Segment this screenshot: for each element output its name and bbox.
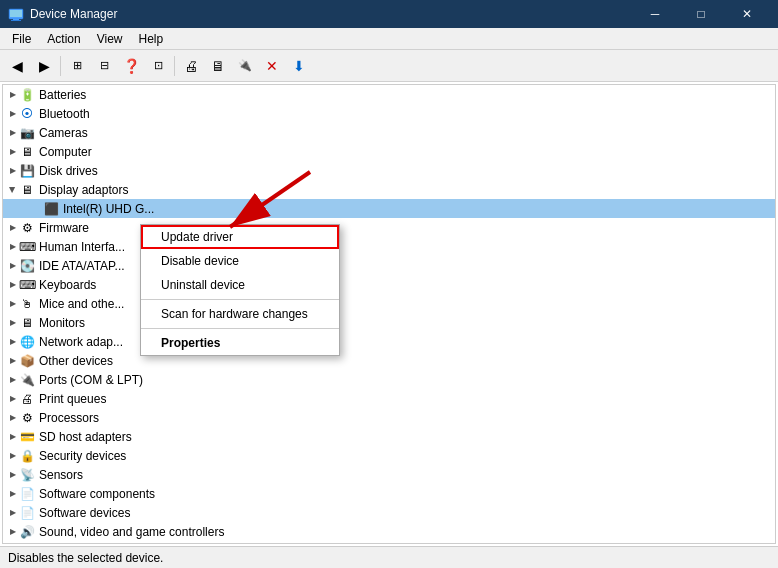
icon-processors: ⚙ <box>19 410 35 426</box>
arrow-software-components: ▶ <box>7 488 19 500</box>
tree-item-bluetooth[interactable]: ▶ ⦿ Bluetooth <box>3 104 775 123</box>
tree-item-intel-uhd[interactable]: ▶ ⬛ Intel(R) UHD G... <box>3 199 775 218</box>
context-menu-uninstall-device[interactable]: Uninstall device <box>141 273 339 297</box>
tree-item-security-devices[interactable]: ▶ 🔒 Security devices <box>3 446 775 465</box>
tree-item-computer[interactable]: ▶ 🖥 Computer <box>3 142 775 161</box>
maximize-button[interactable]: □ <box>678 0 724 28</box>
icon-security-devices: 🔒 <box>19 448 35 464</box>
tree-item-keyboards[interactable]: ▶ ⌨ Keyboards <box>3 275 775 294</box>
tree-item-other-devices[interactable]: ▶ 📦 Other devices <box>3 351 775 370</box>
icon-ports: 🔌 <box>19 372 35 388</box>
label-other-devices: Other devices <box>39 354 113 368</box>
arrow-print-queues: ▶ <box>7 393 19 405</box>
tree-item-batteries[interactable]: ▶ 🔋 Batteries <box>3 85 775 104</box>
arrow-security-devices: ▶ <box>7 450 19 462</box>
label-computer: Computer <box>39 145 92 159</box>
arrow-human-interface: ▶ <box>7 241 19 253</box>
label-sd-host: SD host adapters <box>39 430 132 444</box>
toolbar: ◀ ▶ ⊞ ⊟ ❓ ⊡ 🖨 🖥 🔌 ✕ ⬇ <box>0 50 778 82</box>
arrow-processors: ▶ <box>7 412 19 424</box>
toolbar-help[interactable]: ❓ <box>118 53 144 79</box>
tree-item-human-interface[interactable]: ▶ ⌨ Human Interfa... <box>3 237 775 256</box>
label-software-components: Software components <box>39 487 155 501</box>
tree-item-ide-ata[interactable]: ▶ 💽 IDE ATA/ATAP... <box>3 256 775 275</box>
context-menu-properties[interactable]: Properties <box>141 331 339 355</box>
context-menu-scan-hardware[interactable]: Scan for hardware changes <box>141 302 339 326</box>
icon-firmware: ⚙ <box>19 220 35 236</box>
toolbar-drivers[interactable]: ⊟ <box>91 53 117 79</box>
window-title: Device Manager <box>30 7 632 21</box>
icon-software-components: 📄 <box>19 486 35 502</box>
tree-item-network[interactable]: ▶ 🌐 Network adap... <box>3 332 775 351</box>
svg-rect-1 <box>10 10 22 17</box>
toolbar-resources[interactable]: ⊡ <box>145 53 171 79</box>
arrow-mice: ▶ <box>7 298 19 310</box>
arrow-sensors: ▶ <box>7 469 19 481</box>
tree-item-sd-host[interactable]: ▶ 💳 SD host adapters <box>3 427 775 446</box>
toolbar-forward[interactable]: ▶ <box>31 53 57 79</box>
arrow-sound-video: ▶ <box>7 526 19 538</box>
arrow-computer: ▶ <box>7 146 19 158</box>
arrow-ports: ▶ <box>7 374 19 386</box>
icon-display-adaptors: 🖥 <box>19 182 35 198</box>
icon-disk-drives: 💾 <box>19 163 35 179</box>
icon-monitors: 🖥 <box>19 315 35 331</box>
toolbar-print[interactable]: 🖨 <box>178 53 204 79</box>
tree-item-processors[interactable]: ▶ ⚙ Processors <box>3 408 775 427</box>
label-sound-video: Sound, video and game controllers <box>39 525 224 539</box>
tree-item-cameras[interactable]: ▶ 📷 Cameras <box>3 123 775 142</box>
arrow-monitors: ▶ <box>7 317 19 329</box>
menu-bar: File Action View Help <box>0 28 778 50</box>
tree-item-software-devices[interactable]: ▶ 📄 Software devices <box>3 503 775 522</box>
toolbar-show-hidden[interactable]: 🖥 <box>205 53 231 79</box>
icon-ide-ata: 💽 <box>19 258 35 274</box>
label-disk-drives: Disk drives <box>39 164 98 178</box>
label-monitors: Monitors <box>39 316 85 330</box>
context-menu-divider-1 <box>141 299 339 300</box>
window-controls[interactable]: ─ □ ✕ <box>632 0 770 28</box>
tree-item-software-components[interactable]: ▶ 📄 Software components <box>3 484 775 503</box>
tree-item-storage-controllers[interactable]: ▶ 💾 Storage controllers <box>3 541 775 544</box>
toolbar-update[interactable]: ⬇ <box>286 53 312 79</box>
icon-storage-controllers: 💾 <box>19 543 35 545</box>
label-display-adaptors: Display adaptors <box>39 183 128 197</box>
label-security-devices: Security devices <box>39 449 126 463</box>
tree-item-disk-drives[interactable]: ▶ 💾 Disk drives <box>3 161 775 180</box>
status-text: Disables the selected device. <box>8 551 163 565</box>
arrow-bluetooth: ▶ <box>7 108 19 120</box>
icon-computer: 🖥 <box>19 144 35 160</box>
tree-item-mice[interactable]: ▶ 🖱 Mice and othe... <box>3 294 775 313</box>
tree-item-sensors[interactable]: ▶ 📡 Sensors <box>3 465 775 484</box>
status-bar: Disables the selected device. <box>0 546 778 568</box>
tree-item-monitors[interactable]: ▶ 🖥 Monitors <box>3 313 775 332</box>
menu-view[interactable]: View <box>89 30 131 48</box>
label-ide-ata: IDE ATA/ATAP... <box>39 259 125 273</box>
label-bluetooth: Bluetooth <box>39 107 90 121</box>
icon-batteries: 🔋 <box>19 87 35 103</box>
menu-help[interactable]: Help <box>131 30 172 48</box>
menu-file[interactable]: File <box>4 30 39 48</box>
context-menu-disable-device[interactable]: Disable device <box>141 249 339 273</box>
tree-item-ports[interactable]: ▶ 🔌 Ports (COM & LPT) <box>3 370 775 389</box>
minimize-button[interactable]: ─ <box>632 0 678 28</box>
close-button[interactable]: ✕ <box>724 0 770 28</box>
label-network: Network adap... <box>39 335 123 349</box>
toolbar-properties[interactable]: ⊞ <box>64 53 90 79</box>
label-human-interface: Human Interfa... <box>39 240 125 254</box>
device-tree[interactable]: ▶ 🔋 Batteries ▶ ⦿ Bluetooth ▶ 📷 Cameras … <box>2 84 776 544</box>
arrow-batteries: ▶ <box>7 89 19 101</box>
label-keyboards: Keyboards <box>39 278 96 292</box>
context-menu-update-driver[interactable]: Update driver <box>141 225 339 249</box>
menu-action[interactable]: Action <box>39 30 88 48</box>
tree-item-firmware[interactable]: ▶ ⚙ Firmware <box>3 218 775 237</box>
toolbar-scan[interactable]: 🔌 <box>232 53 258 79</box>
toolbar-back[interactable]: ◀ <box>4 53 30 79</box>
tree-item-print-queues[interactable]: ▶ 🖨 Print queues <box>3 389 775 408</box>
tree-item-sound-video[interactable]: ▶ 🔊 Sound, video and game controllers <box>3 522 775 541</box>
icon-software-devices: 📄 <box>19 505 35 521</box>
tree-item-display-adaptors[interactable]: ▶ 🖥 Display adaptors <box>3 180 775 199</box>
icon-keyboards: ⌨ <box>19 277 35 293</box>
context-menu: Update driver Disable device Uninstall d… <box>140 224 340 356</box>
label-storage-controllers: Storage controllers <box>39 544 140 545</box>
toolbar-uninstall[interactable]: ✕ <box>259 53 285 79</box>
